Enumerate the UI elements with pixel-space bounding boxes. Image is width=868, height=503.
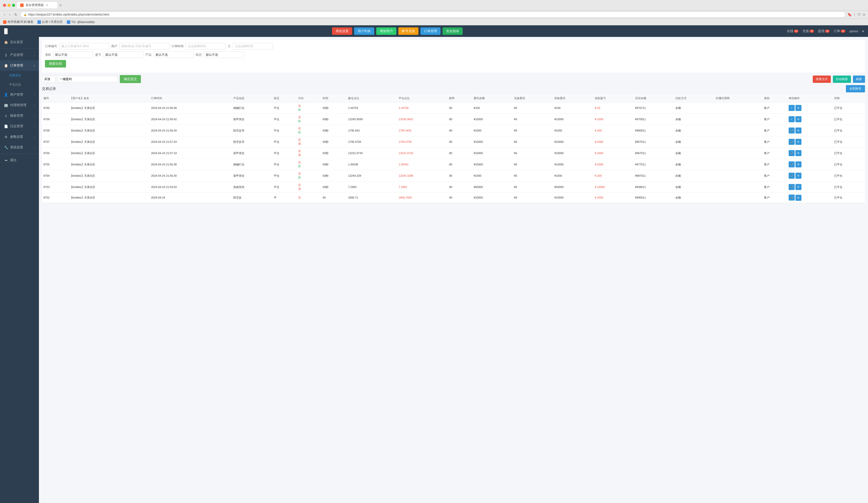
- share-icon[interactable]: ↑: [854, 12, 856, 17]
- op-copy-button[interactable]: ⧉: [795, 105, 802, 111]
- order-number-input[interactable]: [59, 43, 109, 50]
- bookmark-icon[interactable]: 🔖: [847, 12, 852, 17]
- order-management-button[interactable]: 订单管理: [421, 27, 441, 35]
- cell-op: 🔊 ⧉: [787, 148, 833, 159]
- system-settings-button[interactable]: 系统设置: [332, 27, 352, 35]
- sidebar-item-log[interactable]: 📄 日志管理 ›: [0, 121, 39, 132]
- op-copy-button[interactable]: ⧉: [795, 150, 802, 156]
- user-dropdown-icon[interactable]: ▾: [862, 29, 864, 33]
- sidebar-item-system[interactable]: 🔧 系统设置 ›: [0, 142, 39, 153]
- sidebar-sub-flat-log[interactable]: 平仓日志: [0, 80, 39, 90]
- refresh-button[interactable]: 刷新: [853, 75, 865, 83]
- rise-fall-select[interactable]: 默认不选: [53, 51, 93, 58]
- menu-icon[interactable]: ≡: [863, 12, 865, 17]
- op-copy-button[interactable]: ⧉: [795, 139, 802, 145]
- minimize-dot[interactable]: [8, 4, 11, 7]
- search-all-button[interactable]: 搜索全部: [45, 60, 66, 67]
- shield-icon[interactable]: 🛡: [857, 12, 861, 17]
- search-today-button[interactable]: 搜索当天: [813, 75, 831, 83]
- tab-close-icon[interactable]: ✕: [46, 3, 48, 7]
- product-select[interactable]: 默认不选: [154, 51, 194, 58]
- sidebar-item-order[interactable]: 📋 订单管理 ▾: [0, 60, 39, 71]
- forward-button[interactable]: ›: [8, 12, 12, 17]
- op-copy-button[interactable]: ⧉: [795, 127, 802, 134]
- maximize-dot[interactable]: [12, 4, 15, 7]
- close-dot[interactable]: [3, 4, 6, 7]
- date-separator: 至: [228, 44, 231, 49]
- sidebar-item-user[interactable]: 👤 用户管理 ›: [0, 90, 39, 100]
- op-check-button[interactable]: ✓: [789, 116, 795, 122]
- cell-invalid: ¥0: [513, 102, 553, 114]
- op-sound-button[interactable]: 🔊: [789, 161, 795, 167]
- submit-button[interactable]: 确定提交: [120, 75, 141, 83]
- cell-valid: ¥10000: [553, 114, 593, 125]
- new-tab-button[interactable]: +: [59, 3, 62, 8]
- cell-open-price: 13231.9734: [347, 148, 397, 159]
- op-sound-button[interactable]: 🔊: [789, 150, 795, 156]
- auto-refresh-button[interactable]: 自动刷新: [833, 75, 851, 83]
- hamburger-button[interactable]: ≡: [4, 28, 8, 34]
- bookmark-item-3[interactable]: TG: @tianmeibbs: [67, 20, 95, 24]
- cell-pnl: ¥-2000: [593, 159, 634, 170]
- table-row: 8758 【timibbs】天美社区 2024-04-24 21:58:34 防…: [42, 125, 865, 136]
- action-select[interactable]: 一键盈利: [58, 76, 118, 82]
- cell-balance-after: ¥987011: [634, 170, 674, 181]
- op-copy-button[interactable]: ⧉: [795, 195, 802, 201]
- direction-select[interactable]: 买涨 买跌: [42, 76, 55, 82]
- user-account[interactable]: admin: [849, 29, 858, 33]
- cell-odds: 80: [447, 170, 472, 181]
- cell-op: 🔊 ⧉: [787, 181, 833, 193]
- cell-close-price: 13245.9601: [397, 114, 447, 125]
- direction-buy: 买: [298, 161, 301, 164]
- sidebar-item-product[interactable]: ₿ 产品管理 ›: [0, 50, 39, 60]
- sidebar-sub-trade-flow[interactable]: 交易流水: [0, 71, 39, 80]
- cell-direction: 买: [297, 193, 321, 203]
- sidebar-item-agent[interactable]: 🏢 代理商管理 ›: [0, 100, 39, 111]
- bookmark-item-2[interactable]: 认准->天美社区: [38, 20, 63, 24]
- bookmark-item-1[interactable]: 程序搭建/开发/修复: [3, 20, 33, 24]
- cell-username: 【timibbs】天美社区: [68, 159, 150, 170]
- op-copy-button[interactable]: ⧉: [795, 161, 802, 167]
- op-copy-button[interactable]: ⧉: [795, 173, 802, 179]
- sidebar-item-param[interactable]: ⚙ 参数设置 ›: [0, 132, 39, 142]
- rise-fall-label: 涨跌: [45, 53, 51, 57]
- finance-report-button[interactable]: 资金报表: [443, 27, 463, 35]
- user-label: 用户: [111, 44, 117, 49]
- account-recharge-button[interactable]: 帐号充值: [398, 27, 418, 35]
- cell-valid: ¥10000: [553, 136, 593, 148]
- status-select[interactable]: 默认不选: [204, 51, 244, 58]
- reload-button[interactable]: ↻: [13, 12, 18, 17]
- sidebar-label-system: 系统设置: [10, 145, 32, 150]
- sidebar-item-dashboard[interactable]: 🏠 后台首页: [0, 37, 39, 48]
- op-sound-button[interactable]: 🔊: [789, 184, 795, 190]
- cell-agent: [714, 181, 763, 193]
- user-input[interactable]: [119, 43, 169, 50]
- op-copy-button[interactable]: ⧉: [795, 184, 802, 190]
- address-bar[interactable]: 🔒 https://weipan107.timibbs.vip/timibbs.…: [20, 12, 845, 18]
- browser-tab[interactable]: 后台管理系统 ✕: [17, 2, 57, 8]
- sidebar-item-logout[interactable]: ⬅ 退出: [0, 155, 39, 165]
- sidebar-item-report[interactable]: £ 报表管理 ›: [0, 111, 39, 121]
- cell-agent: [714, 114, 763, 125]
- direction-buy: 买: [298, 138, 301, 141]
- sidebar-label-product: 产品管理: [10, 53, 32, 57]
- sidebar-label-user: 用户管理: [10, 92, 32, 97]
- op-sound-button[interactable]: 🔊: [789, 173, 795, 179]
- op-check-button[interactable]: ✓: [789, 105, 795, 111]
- order-time-end-input[interactable]: [233, 43, 273, 50]
- order-time-start-input[interactable]: [186, 43, 226, 50]
- all-silent-button[interactable]: 全部静音: [846, 85, 865, 92]
- op-sound-button[interactable]: 🔊: [789, 127, 795, 134]
- cell-direction: 买跌: [297, 159, 321, 170]
- cell-id: 8757: [42, 136, 68, 148]
- op-copy-button[interactable]: ⧉: [795, 116, 802, 122]
- user-list-button[interactable]: 用户列表: [354, 27, 374, 35]
- op-sound-button[interactable]: 🔊: [789, 139, 795, 145]
- cell-detail: 已平仓: [833, 114, 865, 125]
- add-user-button[interactable]: 增加用户: [376, 27, 396, 35]
- cell-agent: [714, 170, 763, 181]
- sidebar-label-report: 报表管理: [10, 114, 32, 118]
- win-loss-select[interactable]: 默认不选: [103, 51, 143, 58]
- op-sound-button[interactable]: 🔊: [789, 195, 795, 201]
- back-button[interactable]: ‹: [3, 12, 6, 17]
